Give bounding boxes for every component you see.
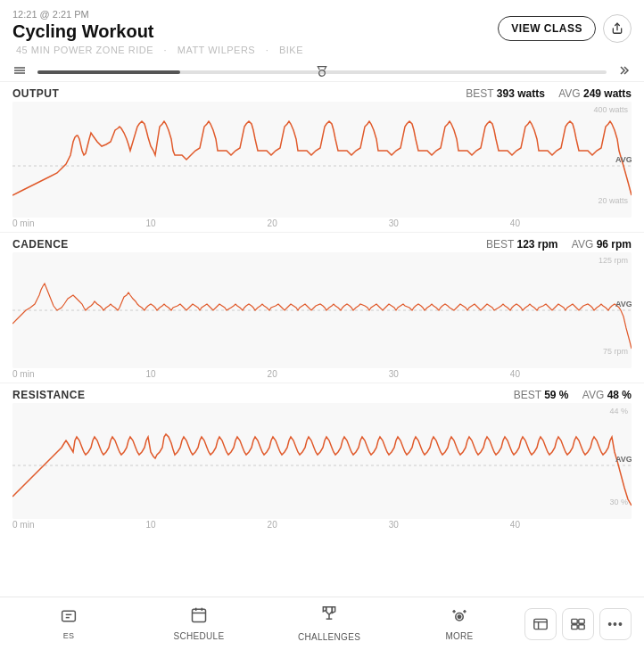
cadence-chart-block: CADENCE BEST 123 rpm AVG 96 rpm AVG 125 … — [0, 232, 644, 383]
subtitle-part1: 45 MIN POWER ZONE RIDE — [16, 45, 153, 55]
x-label-0: 0 min — [12, 218, 34, 228]
medal-icon — [315, 64, 329, 78]
header-right: VIEW CLASS — [498, 14, 632, 43]
bottom-nav: ES SCHEDULE CHALLENGES — [0, 597, 644, 650]
cadence-best-val: 123 rpm — [516, 238, 557, 251]
x-label-30: 30 — [389, 218, 399, 228]
header: 12:21 @ 2:21 PM Cycling Workout 45 MIN P… — [0, 0, 644, 61]
c-x-label-20: 20 — [268, 369, 277, 379]
header-left: 12:21 @ 2:21 PM Cycling Workout 45 MIN P… — [12, 9, 307, 55]
challenges-icon — [320, 605, 338, 625]
output-chart-svg: AVG — [12, 102, 632, 218]
timeline-medal-icon — [315, 64, 329, 82]
nav-right-btn-1[interactable] — [524, 608, 557, 640]
nav-right-group: ••• — [524, 608, 640, 640]
c-x-label-0: 0 min — [12, 369, 34, 379]
c-x-label-30: 30 — [389, 369, 399, 379]
subtitle-sep1: · — [164, 45, 170, 55]
svg-rect-29 — [534, 619, 547, 629]
nav-item-more[interactable]: MORE — [394, 597, 524, 650]
nav-item-es[interactable]: ES — [4, 597, 134, 650]
nav-right-icon-1 — [533, 618, 548, 630]
output-best-val: 393 watts — [497, 87, 545, 100]
timeline-icon-left — [12, 64, 30, 79]
double-arrow-right-icon — [617, 64, 632, 77]
cadence-chart-area: AVG 125 rpm 75 rpm — [12, 252, 632, 368]
r-x-label-20: 20 — [268, 520, 277, 530]
resistance-chart-header: RESISTANCE BEST 59 % AVG 48 % — [12, 389, 632, 401]
more-icon — [450, 606, 469, 624]
output-label: OUTPUT — [12, 87, 59, 100]
cadence-chart-svg: AVG — [12, 252, 632, 368]
resistance-chart-block: RESISTANCE BEST 59 % AVG 48 % AVG 44 % 3… — [0, 383, 644, 533]
output-y-top: 400 watts — [593, 105, 628, 114]
resistance-avg-label: AVG — [582, 389, 607, 401]
c-x-label-40: 40 — [510, 369, 520, 379]
resistance-best-val: 59 % — [544, 389, 568, 401]
cadence-x-labels: 0 min 10 20 30 40 — [12, 368, 632, 379]
svg-text:AVG: AVG — [615, 300, 632, 309]
timeline-icon-right — [614, 64, 632, 79]
nav-icon-es — [60, 608, 78, 629]
nav-label-schedule: SCHEDULE — [174, 631, 225, 641]
nav-icon-more — [450, 606, 469, 629]
svg-point-24 — [458, 615, 460, 618]
ellipsis-icon: ••• — [607, 617, 623, 631]
r-x-label-10: 10 — [145, 520, 155, 530]
resistance-x-labels: 0 min 10 20 30 40 — [12, 519, 632, 530]
resistance-stats: BEST 59 % AVG 48 % — [514, 389, 632, 401]
output-best-label: BEST — [466, 87, 496, 100]
resistance-y-bottom: 30 % — [609, 498, 628, 506]
double-arrow-left-icon — [12, 64, 27, 77]
svg-rect-34 — [572, 624, 577, 629]
es-icon — [60, 608, 78, 624]
svg-rect-5 — [12, 102, 632, 218]
cadence-y-top: 125 rpm — [599, 256, 628, 265]
subtitle-part3: BIKE — [279, 45, 303, 55]
subtitle-sep2: · — [266, 45, 272, 55]
output-avg-label: AVG — [558, 87, 583, 100]
nav-label-es: ES — [63, 631, 75, 640]
nav-right-btn-3[interactable]: ••• — [599, 608, 632, 640]
view-class-button[interactable]: VIEW CLASS — [498, 16, 596, 41]
r-x-label-30: 30 — [389, 520, 399, 530]
nav-item-schedule[interactable]: SCHEDULE — [134, 597, 264, 650]
cadence-avg-val: 96 rpm — [597, 238, 632, 251]
nav-right-icon-2 — [571, 618, 585, 630]
svg-text:AVG: AVG — [615, 155, 632, 164]
cadence-stats: BEST 123 rpm AVG 96 rpm — [486, 238, 632, 251]
page-title: Cycling Workout — [12, 21, 307, 42]
cadence-chart-header: CADENCE BEST 123 rpm AVG 96 rpm — [12, 238, 632, 251]
nav-item-challenges[interactable]: CHALLENGES — [264, 597, 394, 650]
schedule-icon — [190, 606, 208, 624]
resistance-chart-svg: AVG — [12, 403, 632, 519]
nav-icon-challenges — [320, 605, 338, 629]
output-y-bottom: 20 watts — [598, 196, 628, 205]
cadence-label: CADENCE — [12, 238, 69, 251]
resistance-chart-area: AVG 44 % 30 % — [12, 403, 632, 519]
timeline-progress-fill — [37, 70, 180, 74]
resistance-label: RESISTANCE — [12, 389, 85, 401]
nav-right-btn-2[interactable] — [562, 608, 594, 640]
cadence-avg-label: AVG — [572, 238, 597, 251]
nav-label-more: MORE — [445, 631, 473, 641]
share-icon — [611, 22, 623, 35]
output-chart-area: AVG 400 watts 20 watts — [12, 102, 632, 218]
share-button[interactable] — [603, 14, 632, 43]
output-chart-block: OUTPUT BEST 393 watts AVG 249 watts AVG … — [0, 81, 644, 232]
r-x-label-0: 0 min — [12, 520, 34, 530]
output-stats: BEST 393 watts AVG 249 watts — [466, 87, 632, 100]
nav-icon-schedule — [190, 606, 208, 629]
header-subtitle: 45 MIN POWER ZONE RIDE · MATT WILPERS · … — [12, 45, 307, 55]
charts-section: OUTPUT BEST 393 watts AVG 249 watts AVG … — [0, 81, 644, 533]
x-label-40: 40 — [510, 218, 520, 228]
header-time: 12:21 @ 2:21 PM — [12, 9, 307, 20]
svg-text:AVG: AVG — [615, 455, 632, 464]
svg-rect-17 — [193, 609, 206, 621]
svg-rect-32 — [572, 619, 577, 623]
nav-label-challenges: CHALLENGES — [298, 632, 360, 642]
svg-rect-11 — [12, 403, 632, 519]
svg-point-4 — [319, 70, 326, 77]
resistance-best-label: BEST — [514, 389, 544, 401]
output-chart-header: OUTPUT BEST 393 watts AVG 249 watts — [12, 87, 632, 100]
